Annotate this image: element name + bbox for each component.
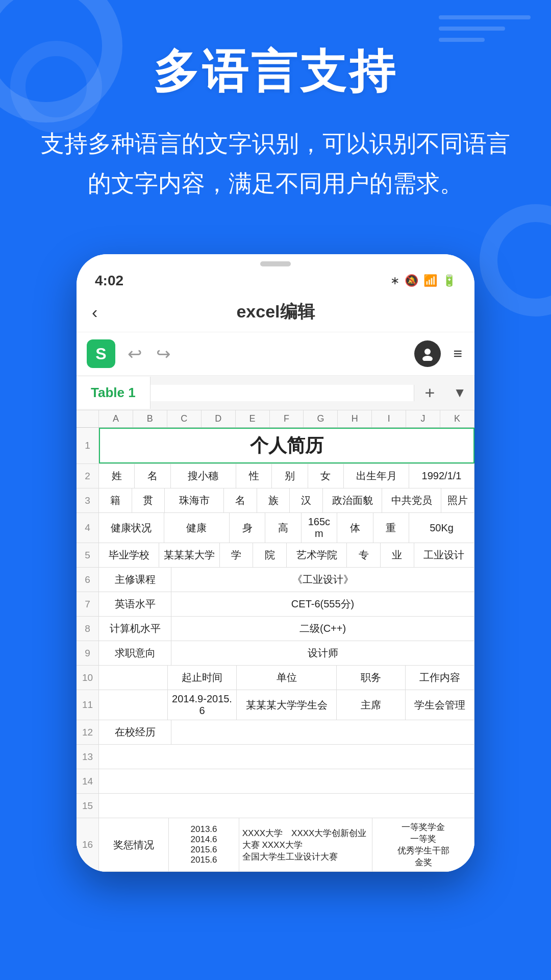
cell-r11c1[interactable] xyxy=(99,690,168,720)
cell-r10c3[interactable]: 单位 xyxy=(237,666,337,690)
row-num-16: 16 xyxy=(77,818,99,871)
cell-r2c6[interactable]: 女 xyxy=(308,464,344,488)
cell-r3c6[interactable]: 汉 xyxy=(290,488,323,512)
cell-r16c3[interactable]: XXXX大学 XXXX大学创新创业大赛 XXXX大学 全国大学生工业设计大赛 xyxy=(239,818,373,871)
cell-r9c1[interactable]: 求职意向 xyxy=(99,641,171,665)
cell-r5c2[interactable]: 某某某大学 xyxy=(159,543,219,567)
cell-r11c5[interactable]: 学生会管理 xyxy=(406,690,474,720)
table-row: 1 个人简历 xyxy=(77,428,474,464)
cell-r16c4[interactable]: 一等奖学金 一等奖 优秀学生干部 金奖 xyxy=(372,818,474,871)
cell-r11c3[interactable]: 某某某大学学生会 xyxy=(237,690,337,720)
table-row: 13 xyxy=(77,745,474,769)
cell-r3c8[interactable]: 中共党员 xyxy=(382,488,441,512)
row-num-4: 4 xyxy=(77,513,99,543)
cell-r13[interactable] xyxy=(99,745,474,769)
row-num-6: 6 xyxy=(77,568,99,592)
cell-r7c1[interactable]: 英语水平 xyxy=(99,592,171,616)
status-time: 4:02 xyxy=(95,273,123,289)
cell-r2c8[interactable]: 1992/1/1 xyxy=(409,464,474,488)
row-num-12: 12 xyxy=(77,720,99,744)
cell-r10c1[interactable] xyxy=(99,666,168,690)
back-button[interactable]: ‹ xyxy=(92,302,97,322)
row-num-3: 3 xyxy=(77,488,99,512)
cell-r4c1[interactable]: 健康状况 xyxy=(99,513,164,543)
cell-r16c1[interactable]: 奖惩情况 xyxy=(99,818,169,871)
cell-r5c6[interactable]: 专 xyxy=(347,543,381,567)
cell-r15[interactable] xyxy=(99,794,474,818)
redo-button[interactable]: ↪ xyxy=(154,341,172,366)
cell-r5c8[interactable]: 工业设计 xyxy=(414,543,474,567)
battery-icon: 🔋 xyxy=(442,274,456,287)
sheet-arrow-button[interactable]: ▼ xyxy=(445,378,474,408)
cell-r8c1[interactable]: 计算机水平 xyxy=(99,617,171,641)
cell-r2c7[interactable]: 出生年月 xyxy=(344,464,409,488)
cell-r8c2[interactable]: 二级(C++) xyxy=(171,617,474,641)
cell-r5c1[interactable]: 毕业学校 xyxy=(99,543,159,567)
table-row: 6 主修课程 《工业设计》 xyxy=(77,568,474,592)
cell-r3c3[interactable]: 珠海市 xyxy=(165,488,224,512)
bell-mute-icon: 🔕 xyxy=(405,274,418,287)
cell-r10c4[interactable]: 职务 xyxy=(337,666,406,690)
cell-r3c1[interactable]: 籍 xyxy=(99,488,132,512)
col-h: H xyxy=(338,410,372,427)
col-j: J xyxy=(406,410,440,427)
table-row: 10 起止时间 单位 职务 工作内容 xyxy=(77,666,474,690)
subtitle: 支持多种语言的文字识别，可以识别不同语言的文字内容，满足不同用户的需求。 xyxy=(31,124,520,203)
cell-r10c2[interactable]: 起止时间 xyxy=(168,666,237,690)
row-num-5: 5 xyxy=(77,543,99,567)
cell-r4c3[interactable]: 身 xyxy=(230,513,265,543)
row-num-11: 11 xyxy=(77,690,99,720)
cell-r3c9[interactable]: 照片 xyxy=(441,488,474,512)
cell-r4c2[interactable]: 健康 xyxy=(164,513,230,543)
cell-r7c2[interactable]: CET-6(555分) xyxy=(171,592,474,616)
cell-r12c1[interactable]: 在校经历 xyxy=(99,720,171,744)
row-num-7: 7 xyxy=(77,592,99,616)
col-e: E xyxy=(236,410,270,427)
cell-r4c4[interactable]: 高 xyxy=(265,513,301,543)
cell-r10c5[interactable]: 工作内容 xyxy=(406,666,474,690)
cell-r2c2[interactable]: 名 xyxy=(135,464,170,488)
cell-r12c2[interactable] xyxy=(171,720,474,744)
cell-r5c7[interactable]: 业 xyxy=(381,543,414,567)
cell-r5c5[interactable]: 艺术学院 xyxy=(287,543,347,567)
cell-r4c6[interactable]: 体 xyxy=(337,513,373,543)
cell-r11c2[interactable]: 2014.9-2015.6 xyxy=(168,690,237,720)
user-avatar[interactable] xyxy=(414,340,441,367)
col-g: G xyxy=(304,410,338,427)
cell-r5c4[interactable]: 院 xyxy=(253,543,287,567)
spreadsheet: A B C D E F G H I J K 1 个人简历 2 姓 名 xyxy=(77,410,474,872)
app-logo[interactable]: S xyxy=(87,339,115,368)
cell-r4c5[interactable]: 165cm xyxy=(302,513,337,543)
cell-r3c2[interactable]: 贯 xyxy=(132,488,165,512)
cell-r2c4[interactable]: 性 xyxy=(236,464,272,488)
table-row: 5 毕业学校 某某某大学 学 院 艺术学院 专 业 工业设计 xyxy=(77,543,474,568)
cell-r2c3[interactable]: 搜小穗 xyxy=(171,464,236,488)
cell-title[interactable]: 个人简历 xyxy=(99,428,474,463)
sheet-tab-input[interactable] xyxy=(151,385,415,401)
cell-r6c1[interactable]: 主修课程 xyxy=(99,568,171,592)
header-section: 多语言支持 支持多种语言的文字识别，可以识别不同语言的文字内容，满足不同用户的需… xyxy=(0,0,551,224)
cell-r6c2[interactable]: 《工业设计》 xyxy=(171,568,474,592)
sheet-tab-table1[interactable]: Table 1 xyxy=(77,377,151,409)
cell-r11c4[interactable]: 主席 xyxy=(337,690,406,720)
table-row: 2 姓 名 搜小穗 性 别 女 出生年月 1992/1/1 xyxy=(77,464,474,488)
cell-r3c4[interactable]: 名 xyxy=(224,488,257,512)
table-row: 16 奖惩情况 2013.6 2014.6 2015.6 2015.6 XXXX… xyxy=(77,818,474,872)
cell-r4c7[interactable]: 重 xyxy=(373,513,409,543)
cell-r16c2[interactable]: 2013.6 2014.6 2015.6 2015.6 xyxy=(169,818,239,871)
svg-point-1 xyxy=(422,356,433,361)
cell-r5c3[interactable]: 学 xyxy=(220,543,254,567)
menu-button[interactable]: ≡ xyxy=(451,343,464,364)
cell-r4c8[interactable]: 50Kg xyxy=(409,513,474,543)
cell-r2c1[interactable]: 姓 xyxy=(99,464,135,488)
add-sheet-button[interactable]: + xyxy=(414,376,445,410)
cell-r2c5[interactable]: 别 xyxy=(272,464,308,488)
cell-r3c7[interactable]: 政治面貌 xyxy=(323,488,382,512)
undo-button[interactable]: ↩ xyxy=(126,341,144,366)
cell-r9c2[interactable]: 设计师 xyxy=(171,641,474,665)
cell-r3c5[interactable]: 族 xyxy=(257,488,290,512)
row-num-10: 10 xyxy=(77,666,99,690)
corner-cell xyxy=(77,410,99,427)
app-header: ‹ excel编辑 xyxy=(77,292,474,332)
cell-r14[interactable] xyxy=(99,769,474,793)
